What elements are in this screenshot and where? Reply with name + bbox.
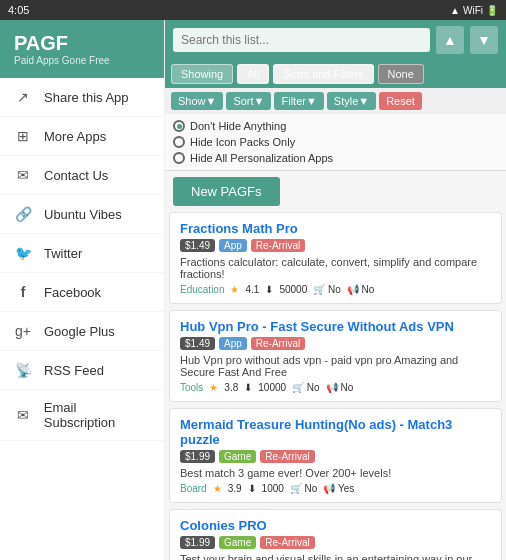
rating-fractions: 4.1 <box>245 284 259 295</box>
downloads-fractions: ⬇ <box>265 284 273 295</box>
app-card-fractions: Fractions Math Pro $1.49 App Re-Arrival … <box>169 212 502 304</box>
iap-mermaid: 🛒 No <box>290 483 318 494</box>
link-icon: 🔗 <box>14 205 32 223</box>
tab-sorts-filters[interactable]: Sorts and Filters <box>273 64 373 84</box>
reset-button[interactable]: Reset <box>379 92 422 110</box>
tag-row-mermaid: $1.99 Game Re-Arrival <box>180 450 491 463</box>
rearrival-tag-colonies: Re-Arrival <box>260 536 314 549</box>
downloads-mermaid: ⬇ <box>248 483 256 494</box>
price-tag-colonies: $1.99 <box>180 536 215 549</box>
drawer-label-more-apps: More Apps <box>44 129 106 144</box>
radio-hide-all[interactable]: Hide All Personalization Apps <box>173 150 498 166</box>
twitter-icon: 🐦 <box>14 244 32 262</box>
rating-hubvpn: 3.8 <box>224 382 238 393</box>
rating-mermaid: 3.9 <box>228 483 242 494</box>
rearrival-tag-mermaid: Re-Arrival <box>260 450 314 463</box>
drawer-item-more-apps[interactable]: ⊞ More Apps <box>0 117 164 156</box>
rearrival-tag-hubvpn: Re-Arrival <box>251 337 305 350</box>
ads-hubvpn: 📢 No <box>326 382 354 393</box>
battery-icon: 🔋 <box>486 5 498 16</box>
app-desc-mermaid: Best match 3 game ever! Over 200+ levels… <box>180 467 491 479</box>
price-tag-fractions: $1.49 <box>180 239 215 252</box>
facebook-icon: f <box>14 283 32 301</box>
contact-icon: ✉ <box>14 166 32 184</box>
radio-dot-hide-icon <box>173 136 185 148</box>
status-bar: 4:05 ▲ WiFi 🔋 <box>0 0 506 20</box>
filter-button[interactable]: Filter▼ <box>274 92 323 110</box>
rearrival-tag-fractions: Re-Arrival <box>251 239 305 252</box>
star-icon-fractions: ★ <box>230 284 239 295</box>
drawer-item-facebook[interactable]: f Facebook <box>0 273 164 312</box>
sort-button[interactable]: Sort▼ <box>226 92 271 110</box>
tab-bar: Showing All Sorts and Filters None <box>165 60 506 88</box>
main-panel: ▲ ▼ Showing All Sorts and Filters None S… <box>165 0 506 560</box>
downloads-count-mermaid: 1000 <box>262 483 284 494</box>
rss-icon: 📡 <box>14 361 32 379</box>
app-desc-fractions: Fractions calculator: calculate, convert… <box>180 256 491 280</box>
new-pagfs-button[interactable]: New PAGFs <box>173 177 280 206</box>
app-card-hubvpn: Hub Vpn Pro - Fast Secure Without Ads VP… <box>169 310 502 402</box>
scroll-down-button[interactable]: ▼ <box>470 26 498 54</box>
downloads-count-fractions: 50000 <box>279 284 307 295</box>
toolbar: ▲ ▼ <box>165 20 506 60</box>
drawer-item-email[interactable]: ✉ Email Subscription <box>0 390 164 441</box>
radio-hide-icon[interactable]: Hide Icon Packs Only <box>173 134 498 150</box>
radio-group: Don't Hide Anything Hide Icon Packs Only… <box>165 114 506 171</box>
type-tag-mermaid: Game <box>219 450 256 463</box>
drawer-item-twitter[interactable]: 🐦 Twitter <box>0 234 164 273</box>
category-hubvpn: Tools <box>180 382 203 393</box>
show-button[interactable]: Show▼ <box>171 92 223 110</box>
tab-none[interactable]: None <box>378 64 424 84</box>
share-icon: ↗ <box>14 88 32 106</box>
tab-showing[interactable]: Showing <box>171 64 233 84</box>
app-abbreviation: PAGF <box>14 32 150 55</box>
drawer-list: ↗ Share this App ⊞ More Apps ✉ Contact U… <box>0 78 164 560</box>
googleplus-icon: g+ <box>14 322 32 340</box>
app-title-mermaid[interactable]: Mermaid Treasure Hunting(No ads) - Match… <box>180 417 491 447</box>
app-title-fractions[interactable]: Fractions Math Pro <box>180 221 491 236</box>
type-tag-fractions: App <box>219 239 247 252</box>
wifi-icon: WiFi <box>463 5 483 16</box>
star-icon-hubvpn: ★ <box>209 382 218 393</box>
radio-dot-dont-hide <box>173 120 185 132</box>
radio-dot-hide-all <box>173 152 185 164</box>
left-drawer: PAGF Paid Apps Gone Free ↗ Share this Ap… <box>0 0 165 560</box>
tag-row-hubvpn: $1.49 App Re-Arrival <box>180 337 491 350</box>
drawer-label-google-plus: Google Plus <box>44 324 115 339</box>
radio-dont-hide[interactable]: Don't Hide Anything <box>173 118 498 134</box>
price-tag-mermaid: $1.99 <box>180 450 215 463</box>
app-meta-mermaid: Board ★ 3.9 ⬇ 1000 🛒 No 📢 Yes <box>180 483 491 494</box>
drawer-label-contact: Contact Us <box>44 168 108 183</box>
app-full-name: Paid Apps Gone Free <box>14 55 150 66</box>
iap-hubvpn: 🛒 No <box>292 382 320 393</box>
app-title-colonies[interactable]: Colonies PRO <box>180 518 491 533</box>
options-bar: Show▼ Sort▼ Filter▼ Style▼ Reset <box>165 88 506 114</box>
tag-row-fractions: $1.49 App Re-Arrival <box>180 239 491 252</box>
drawer-item-rss[interactable]: 📡 RSS Feed <box>0 351 164 390</box>
signal-icon: ▲ <box>450 5 460 16</box>
drawer-label-share: Share this App <box>44 90 129 105</box>
style-button[interactable]: Style▼ <box>327 92 376 110</box>
type-tag-hubvpn: App <box>219 337 247 350</box>
status-icons: ▲ WiFi 🔋 <box>450 5 498 16</box>
drawer-item-contact[interactable]: ✉ Contact Us <box>0 156 164 195</box>
drawer-item-share[interactable]: ↗ Share this App <box>0 78 164 117</box>
price-tag-hubvpn: $1.49 <box>180 337 215 350</box>
app-title-hubvpn[interactable]: Hub Vpn Pro - Fast Secure Without Ads VP… <box>180 319 491 334</box>
apps-icon: ⊞ <box>14 127 32 145</box>
search-input[interactable] <box>173 28 430 52</box>
app-meta-fractions: Education ★ 4.1 ⬇ 50000 🛒 No 📢 No <box>180 284 491 295</box>
scroll-up-button[interactable]: ▲ <box>436 26 464 54</box>
tab-all[interactable]: All <box>237 64 269 84</box>
drawer-label-ubuntu: Ubuntu Vibes <box>44 207 122 222</box>
drawer-label-email: Email Subscription <box>44 400 150 430</box>
email-icon: ✉ <box>14 406 32 424</box>
app-desc-hubvpn: Hub Vpn pro without ads vpn - paid vpn p… <box>180 354 491 378</box>
ads-mermaid: 📢 Yes <box>323 483 354 494</box>
downloads-count-hubvpn: 10000 <box>258 382 286 393</box>
drawer-item-google-plus[interactable]: g+ Google Plus <box>0 312 164 351</box>
tag-row-colonies: $1.99 Game Re-Arrival <box>180 536 491 549</box>
app-desc-colonies: Test your brain and visual skills in an … <box>180 553 491 560</box>
drawer-item-ubuntu[interactable]: 🔗 Ubuntu Vibes <box>0 195 164 234</box>
downloads-hubvpn: ⬇ <box>244 382 252 393</box>
